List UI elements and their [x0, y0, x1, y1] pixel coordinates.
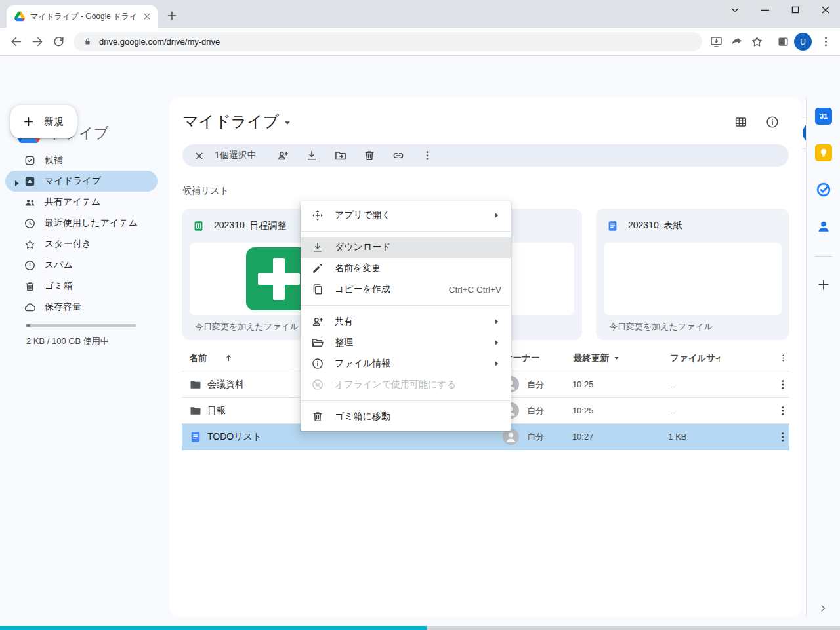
get-addons-icon[interactable] — [816, 277, 831, 293]
sidebar-item-label: 保存容量 — [45, 301, 81, 313]
sidebar-item-label: 共有アイテム — [45, 196, 100, 208]
refresh-button[interactable] — [52, 35, 66, 49]
browser-toolbar: drive.google.com/drive/my-drive U — [0, 28, 840, 56]
clear-selection-icon[interactable] — [193, 150, 205, 162]
shortcut-hint: Ctrl+C Ctrl+V — [449, 285, 501, 295]
suggested-file-card[interactable]: 202310_表紙 今日変更を加えたファイル — [596, 209, 789, 340]
file-size: – — [668, 379, 734, 389]
menu-item-organize[interactable]: 整理 — [301, 332, 511, 353]
file-name: 会議資料 — [207, 379, 244, 390]
forward-button[interactable] — [31, 35, 45, 49]
browser-tab[interactable]: マイドライブ - Google ドライブ — [7, 5, 158, 28]
delete-selected-icon[interactable] — [363, 149, 376, 162]
side-panel-icon[interactable] — [776, 35, 790, 49]
sidebar-item-recent[interactable]: 最近使用したアイテム — [5, 213, 158, 234]
sidebar-item-label: ゴミ箱 — [45, 280, 73, 292]
open-with-icon — [311, 209, 324, 222]
share-icon[interactable] — [730, 35, 744, 49]
download-selected-icon[interactable] — [305, 149, 318, 162]
calendar-icon[interactable]: 31 — [815, 108, 832, 125]
sidebar-item-starred[interactable]: スター付き — [5, 234, 158, 255]
tab-close-icon[interactable] — [142, 11, 152, 22]
details-info-icon[interactable] — [765, 115, 780, 129]
bottom-progress-track — [0, 626, 840, 630]
tab-search-icon[interactable] — [728, 3, 742, 16]
card-title: 202310_日程調整 — [214, 220, 287, 232]
sort-ascending-icon[interactable] — [224, 353, 234, 363]
share-selected-icon[interactable] — [276, 149, 289, 162]
contacts-icon[interactable] — [815, 218, 832, 235]
drive-favicon — [14, 11, 25, 22]
tasks-icon[interactable] — [815, 181, 832, 198]
person-add-icon — [311, 315, 324, 328]
dropdown-caret-icon[interactable] — [282, 117, 293, 129]
sidebar-item-trash[interactable]: ゴミ箱 — [5, 276, 158, 297]
install-app-icon[interactable] — [709, 35, 723, 49]
sidebar-item-suggested[interactable]: 候補 — [5, 150, 158, 171]
sidebar-item-my-drive[interactable]: マイドライブ — [5, 171, 158, 192]
menu-item-download[interactable]: ダウンロード — [301, 237, 511, 258]
docs-file-icon — [606, 220, 619, 232]
column-name[interactable]: 名前 — [189, 352, 207, 364]
column-options-icon[interactable] — [778, 353, 788, 363]
column-owner[interactable]: オーナー — [504, 352, 574, 364]
menu-item-make-copy[interactable]: コピーを作成 Ctrl+C Ctrl+V — [301, 279, 511, 300]
copy-icon — [311, 283, 324, 296]
url-text: drive.google.com/drive/my-drive — [99, 37, 220, 47]
owner-name: 自分 — [527, 405, 544, 417]
column-size[interactable]: ファイルサイズ — [670, 352, 720, 364]
folder-icon — [189, 378, 202, 391]
new-tab-button[interactable] — [165, 9, 178, 22]
storage-progress-bar — [26, 324, 136, 327]
card-title: 202310_表紙 — [628, 220, 682, 232]
column-modified[interactable]: 最終更新 — [574, 352, 670, 364]
browser-avatar[interactable]: U — [794, 33, 812, 51]
owner-name: 自分 — [527, 379, 544, 390]
menu-item-open-with[interactable]: アプリで開く — [301, 205, 511, 226]
sidebar-item-storage[interactable]: 保存容量 — [5, 297, 158, 318]
sidebar-item-spam[interactable]: スパム — [5, 255, 158, 276]
menu-divider — [301, 231, 511, 232]
window-maximize-button[interactable] — [789, 3, 802, 16]
row-options-icon[interactable] — [776, 430, 789, 444]
context-menu: アプリで開く ダウンロード 名前を変更 コピーを作成 Ctrl+C Ctrl+V… — [301, 201, 511, 431]
side-panel-rail: 31 — [806, 97, 840, 617]
pencil-icon — [311, 262, 324, 275]
page-title[interactable]: マイドライブ — [182, 111, 293, 132]
suggestions-label: 候補リスト — [182, 185, 229, 197]
url-bar[interactable]: drive.google.com/drive/my-drive — [74, 32, 702, 51]
lock-icon — [83, 37, 93, 47]
sidebar-item-label: スター付き — [45, 238, 91, 250]
new-button-label: 新規 — [44, 116, 64, 128]
window-minimize-button[interactable] — [759, 3, 772, 16]
window-close-button[interactable] — [819, 3, 832, 16]
bookmark-star-icon[interactable] — [750, 35, 764, 49]
hide-panel-chevron-icon[interactable] — [817, 602, 829, 614]
modified-time: 10:25 — [572, 406, 668, 415]
move-selected-icon[interactable] — [334, 149, 347, 162]
more-actions-icon[interactable] — [421, 149, 434, 162]
browser-menu-icon[interactable] — [819, 35, 833, 49]
sidebar-item-label: 候補 — [45, 154, 63, 166]
modified-time: 10:25 — [572, 379, 668, 389]
row-options-icon[interactable] — [776, 404, 789, 417]
back-button[interactable] — [9, 35, 23, 49]
info-icon — [311, 357, 324, 370]
clock-icon — [24, 217, 36, 230]
menu-item-rename[interactable]: 名前を変更 — [301, 258, 511, 279]
expand-arrow-icon[interactable] — [10, 177, 23, 190]
menu-item-share[interactable]: 共有 — [301, 311, 511, 332]
layout-toggle-icon[interactable] — [734, 115, 748, 129]
new-button[interactable]: 新規 — [10, 105, 77, 138]
menu-divider — [301, 400, 511, 401]
row-options-icon[interactable] — [776, 378, 789, 391]
sidebar-item-shared[interactable]: 共有アイテム — [5, 192, 158, 213]
copy-link-icon[interactable] — [392, 149, 405, 162]
card-thumbnail — [604, 243, 782, 315]
menu-item-file-info[interactable]: ファイル情報 — [301, 353, 511, 374]
star-icon — [24, 238, 36, 251]
approval-icon — [24, 154, 36, 167]
sidebar-item-label: スパム — [45, 259, 73, 271]
keep-icon[interactable] — [815, 144, 832, 161]
menu-item-trash[interactable]: ゴミ箱に移動 — [301, 406, 511, 427]
